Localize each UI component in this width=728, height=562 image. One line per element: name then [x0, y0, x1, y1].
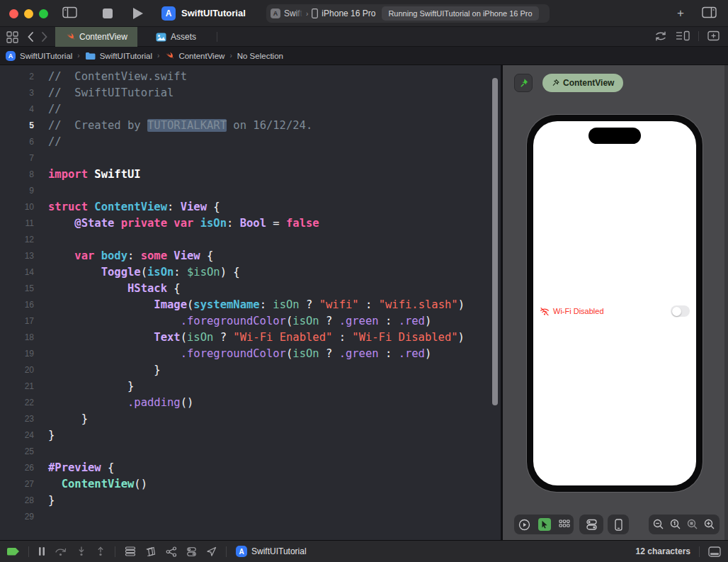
line-number[interactable]: 14 [0, 264, 34, 281]
preview-target-pill[interactable]: ContentView [542, 74, 623, 92]
code-line[interactable]: 29 [0, 509, 501, 525]
line-number[interactable]: 23 [0, 411, 34, 427]
fullscreen-window-button[interactable] [39, 9, 48, 18]
pin-preview-button[interactable] [514, 74, 533, 92]
view-hierarchy-icon[interactable] [125, 546, 136, 556]
run-button[interactable] [133, 8, 143, 19]
variants-grid-icon[interactable] [559, 519, 570, 529]
code-line[interactable]: 13 var body: some View { [0, 248, 501, 264]
line-number[interactable]: 13 [0, 248, 34, 264]
line-number[interactable]: 19 [0, 346, 34, 362]
code-line[interactable]: 24} [0, 427, 501, 444]
code-line[interactable]: 12 [0, 232, 501, 248]
code-line[interactable]: 27 ContentView() [0, 476, 501, 493]
pause-icon[interactable] [38, 546, 45, 556]
selectable-mode-button[interactable] [538, 518, 551, 531]
line-number[interactable]: 4 [0, 101, 34, 118]
run-destination[interactable]: iPhone 16 Pro [322, 9, 375, 18]
editor-scrollbar[interactable] [492, 78, 498, 405]
step-into-icon[interactable] [76, 546, 86, 556]
zoom-fit-icon[interactable] [687, 519, 698, 530]
code-line[interactable]: 19 .foregroundColor(isOn ? .green : .red… [0, 346, 501, 362]
stop-button[interactable] [103, 9, 113, 18]
breadcrumb-file[interactable]: ContentView [178, 52, 224, 60]
line-number[interactable]: 27 [0, 476, 34, 493]
code-line[interactable]: 3// SwiftUITutorial [0, 85, 501, 101]
device-settings-icon[interactable] [586, 519, 598, 530]
code-line[interactable]: 5// Created by TUTORIALKART on 16/12/24. [0, 118, 501, 134]
code-line[interactable]: 25 [0, 444, 501, 460]
line-number[interactable]: 22 [0, 395, 34, 411]
code-line[interactable]: 11 @State private var isOn: Bool = false [0, 215, 501, 232]
zoom-out-icon[interactable] [653, 519, 664, 530]
code-line[interactable]: 17 .foregroundColor(isOn ? .green : .red… [0, 313, 501, 330]
line-number[interactable]: 25 [0, 444, 34, 460]
memory-graph-icon[interactable] [145, 546, 157, 557]
line-number[interactable]: 28 [0, 493, 34, 509]
tab-assets[interactable]: Assets [146, 27, 206, 47]
environment-overrides-icon[interactable] [186, 546, 197, 557]
line-number[interactable]: 9 [0, 183, 34, 199]
navigate-back-icon[interactable] [27, 31, 34, 43]
breadcrumb-project[interactable]: SwiftUITutorial [20, 52, 72, 60]
wifi-toggle-switch[interactable] [671, 305, 690, 317]
device-phone-icon[interactable] [615, 519, 622, 531]
code-line[interactable]: 18 Text(isOn ? "Wi-Fi Enabled" : "Wi-Fi … [0, 330, 501, 346]
editor-layout-grid-icon[interactable] [6, 31, 18, 43]
running-app-indicator[interactable]: A SwiftUITutorial [236, 546, 307, 557]
minimap-list-icon[interactable] [676, 30, 690, 41]
line-number[interactable]: 26 [0, 460, 34, 476]
line-number[interactable]: 20 [0, 362, 34, 378]
line-number[interactable]: 7 [0, 150, 34, 167]
scheme-name[interactable]: Swift [284, 9, 302, 18]
code-line[interactable]: 8import SwiftUI [0, 167, 501, 183]
code-line[interactable]: 21 } [0, 378, 501, 395]
zoom-in-icon[interactable] [704, 519, 715, 530]
code-line[interactable]: 22 .padding() [0, 395, 501, 411]
code-line[interactable]: 6// [0, 134, 501, 150]
line-number[interactable]: 5 [0, 118, 34, 134]
breakpoints-toggle-icon[interactable] [7, 548, 19, 556]
code-line[interactable]: 16 Image(systemName: isOn ? "wifi" : "wi… [0, 297, 501, 313]
code-line[interactable]: 15 HStack { [0, 281, 501, 297]
line-number[interactable]: 2 [0, 69, 34, 85]
line-number[interactable]: 21 [0, 378, 34, 395]
minimize-window-button[interactable] [24, 9, 33, 18]
add-button[interactable]: + [677, 6, 684, 21]
zoom-100-icon[interactable] [670, 519, 681, 530]
add-editor-icon[interactable] [707, 30, 720, 41]
line-number[interactable]: 8 [0, 167, 34, 183]
line-number[interactable]: 17 [0, 313, 34, 330]
code-line[interactable]: 2// ContentView.swift [0, 69, 501, 85]
step-over-icon[interactable] [55, 546, 67, 556]
code-line[interactable]: 10struct ContentView: View { [0, 199, 501, 215]
code-line[interactable]: 28} [0, 493, 501, 509]
debug-graph-icon[interactable] [166, 546, 177, 557]
code-editor[interactable]: 2// ContentView.swift3// SwiftUITutorial… [0, 65, 503, 540]
line-number[interactable]: 24 [0, 427, 34, 444]
navigate-forward-icon[interactable] [41, 31, 48, 43]
line-number[interactable]: 3 [0, 85, 34, 101]
code-line[interactable]: 9 [0, 183, 501, 199]
code-line[interactable]: 4// [0, 101, 501, 118]
breadcrumb-selection[interactable]: No Selection [237, 52, 283, 60]
swap-editors-icon[interactable] [654, 31, 667, 41]
line-number[interactable]: 6 [0, 134, 34, 150]
code-line[interactable]: 26#Preview { [0, 460, 501, 476]
breadcrumb-group[interactable]: SwiftUITutorial [100, 52, 152, 60]
code-line[interactable]: 7 [0, 150, 501, 167]
tab-contentview[interactable]: ContentView [55, 27, 137, 47]
line-number[interactable]: 11 [0, 215, 34, 232]
code-line[interactable]: 14 Toggle(isOn: $isOn) { [0, 264, 501, 281]
code-line[interactable]: 23 } [0, 411, 501, 427]
line-number[interactable]: 18 [0, 330, 34, 346]
line-number[interactable]: 15 [0, 281, 34, 297]
line-number[interactable]: 12 [0, 232, 34, 248]
step-out-icon[interactable] [96, 546, 106, 556]
toggle-left-sidebar-icon[interactable] [62, 6, 77, 18]
code-line[interactable]: 20 } [0, 362, 501, 378]
close-window-button[interactable] [9, 9, 18, 18]
line-number[interactable]: 29 [0, 509, 34, 525]
simulate-location-icon[interactable] [206, 546, 217, 557]
line-number[interactable]: 16 [0, 297, 34, 313]
